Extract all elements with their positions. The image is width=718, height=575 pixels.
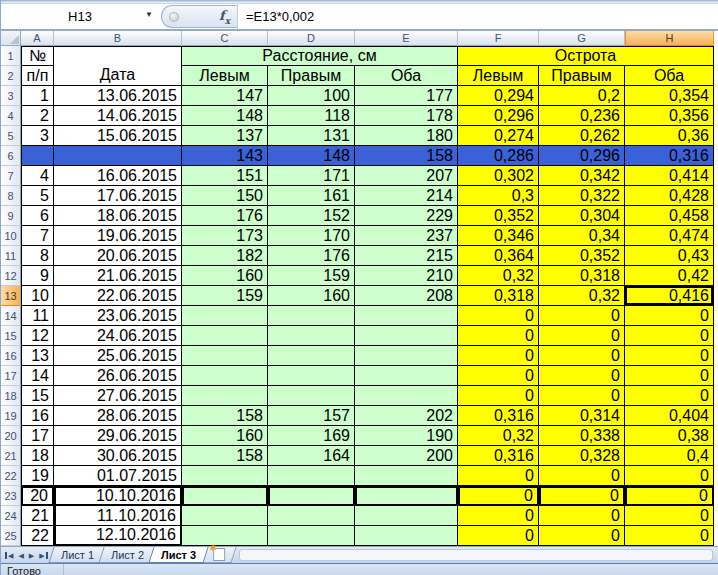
cell-C5[interactable]: 137 [182,126,268,146]
cell-F1-H1-merged[interactable]: Острота [458,46,714,66]
row-header-9[interactable]: 9 [1,206,21,226]
cell-E23[interactable] [355,486,458,506]
cell-H8[interactable]: 0,428 [625,186,714,206]
cell-B15[interactable]: 24.06.2015 [54,326,182,346]
cell-F5[interactable]: 0,274 [458,126,539,146]
tab-scroll-prev-icon[interactable]: ◀ [18,552,23,559]
row-header-14[interactable]: 14 [1,306,21,326]
cell-A9[interactable]: 6 [21,206,54,226]
cell-C10[interactable]: 173 [182,226,268,246]
cell-F4[interactable]: 0,296 [458,106,539,126]
cell-A17[interactable]: 14 [21,366,54,386]
column-header-F[interactable]: F [458,31,539,46]
cell-C9[interactable]: 176 [182,206,268,226]
cell-F8[interactable]: 0,3 [458,186,539,206]
cell-H11[interactable]: 0,43 [625,246,714,266]
insert-function-icon[interactable]: fx [219,8,237,26]
cell-F19[interactable]: 0,316 [458,406,539,426]
cell-G22[interactable]: 0 [539,466,625,486]
cell-D8[interactable]: 161 [268,186,355,206]
cell-G21[interactable]: 0,328 [539,446,625,466]
cell-E12[interactable]: 210 [355,266,458,286]
cell-B20[interactable]: 29.06.2015 [54,426,182,446]
cell-C7[interactable]: 151 [182,166,268,186]
row-header-17[interactable]: 17 [1,366,21,386]
cell-A2[interactable]: п/п [21,66,54,86]
row-header-12[interactable]: 12 [1,266,21,286]
formula-bar-splitter[interactable]: fx [161,5,237,28]
cell-E8[interactable]: 214 [355,186,458,206]
tab-sheet-2[interactable]: Лист 2 [98,547,156,563]
row-header-8[interactable]: 8 [1,186,21,206]
cell-D17[interactable] [268,366,355,386]
cell-A18[interactable]: 15 [21,386,54,406]
formula-input[interactable]: =E13*0,002 [237,4,718,29]
cell-E15[interactable] [355,326,458,346]
cell-B22[interactable]: 01.07.2015 [54,466,182,486]
column-header-E[interactable]: E [355,31,458,46]
cell-G17[interactable]: 0 [539,366,625,386]
cell-D19[interactable]: 157 [268,406,355,426]
cell-C19[interactable]: 158 [182,406,268,426]
row-header-1[interactable]: 1 [1,46,21,66]
cell-H23[interactable]: 0 [625,486,714,506]
cell-C13[interactable]: 159 [182,286,268,306]
cell-H5[interactable]: 0,36 [625,126,714,146]
cell-A7[interactable]: 4 [21,166,54,186]
cell-C4[interactable]: 148 [182,106,268,126]
cell-G15[interactable]: 0 [539,326,625,346]
row-header-3[interactable]: 3 [1,86,21,106]
cell-H17[interactable]: 0 [625,366,714,386]
cell-E25[interactable] [355,526,458,546]
row-header-19[interactable]: 19 [1,406,21,426]
cell-A19[interactable]: 16 [21,406,54,426]
cell-H25[interactable]: 0 [625,526,714,546]
cell-H24[interactable]: 0 [625,506,714,526]
cell-D2[interactable]: Правым [268,66,355,86]
row-header-16[interactable]: 16 [1,346,21,366]
cell-F25[interactable]: 0 [458,526,539,546]
cell-A16[interactable]: 13 [21,346,54,366]
cell-A5[interactable]: 3 [21,126,54,146]
cell-E21[interactable]: 200 [355,446,458,466]
cell-C16[interactable] [182,346,268,366]
row-header-20[interactable]: 20 [1,426,21,446]
row-header-2[interactable]: 2 [1,66,21,86]
cell-F16[interactable]: 0 [458,346,539,366]
tab-sheet-1[interactable]: Лист 1 [48,547,106,563]
cell-B17[interactable]: 26.06.2015 [54,366,182,386]
cell-G11[interactable]: 0,352 [539,246,625,266]
cell-G16[interactable]: 0 [539,346,625,366]
cell-D3[interactable]: 100 [268,86,355,106]
cell-A22[interactable]: 19 [21,466,54,486]
row-header-4[interactable]: 4 [1,106,21,126]
cell-A3[interactable]: 1 [21,86,54,106]
cell-F18[interactable]: 0 [458,386,539,406]
cell-A15[interactable]: 12 [21,326,54,346]
cell-A4[interactable]: 2 [21,106,54,126]
cell-B10[interactable]: 19.06.2015 [54,226,182,246]
cell-B16[interactable]: 25.06.2015 [54,346,182,366]
cell-D12[interactable]: 159 [268,266,355,286]
cell-C22[interactable] [182,466,268,486]
select-all-corner[interactable] [1,31,21,46]
cell-G6[interactable]: 0,296 [539,146,625,166]
cell-A14[interactable]: 11 [21,306,54,326]
cell-A25[interactable]: 22 [21,526,54,546]
cell-A20[interactable]: 17 [21,426,54,446]
cell-H2[interactable]: Оба [625,66,714,86]
cell-B11[interactable]: 20.06.2015 [54,246,182,266]
cell-H9[interactable]: 0,458 [625,206,714,226]
cell-D10[interactable]: 170 [268,226,355,246]
row-header-15[interactable]: 15 [1,326,21,346]
cell-D9[interactable]: 152 [268,206,355,226]
cell-D21[interactable]: 164 [268,446,355,466]
horizontal-scrollbar[interactable] [239,549,713,561]
cell-E19[interactable]: 202 [355,406,458,426]
column-header-A[interactable]: A [21,31,54,46]
cell-B6[interactable] [54,146,182,166]
cell-A8[interactable]: 5 [21,186,54,206]
cell-A11[interactable]: 8 [21,246,54,266]
cell-C11[interactable]: 182 [182,246,268,266]
cell-B7[interactable]: 16.06.2015 [54,166,182,186]
